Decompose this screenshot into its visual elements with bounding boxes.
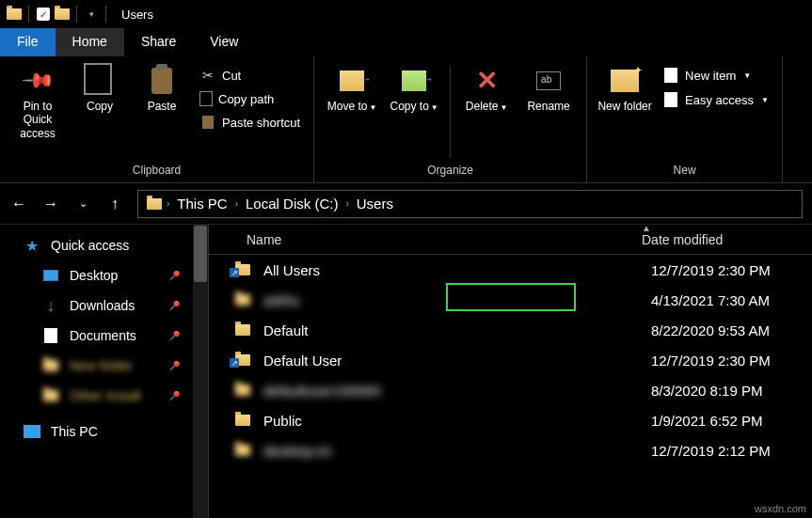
folder-icon bbox=[231, 294, 254, 306]
qat-dropdown-icon[interactable]: ▾ bbox=[83, 6, 100, 23]
chevron-down-icon: ▼ bbox=[369, 103, 376, 112]
file-date: 12/7/2019 2:12 PM bbox=[632, 443, 771, 459]
menu-bar: File Home Share View bbox=[0, 28, 812, 56]
delete-button[interactable]: ✕ Delete▼ bbox=[456, 60, 517, 164]
copy-button[interactable]: Copy bbox=[70, 60, 130, 164]
recent-dropdown[interactable]: ⌄ bbox=[73, 195, 92, 213]
pin-icon: 📍 bbox=[165, 386, 184, 406]
easy-access-icon bbox=[662, 91, 679, 108]
file-date: 8/22/2020 9:53 AM bbox=[632, 322, 770, 338]
file-row[interactable]: desktop.ini12/7/2019 2:12 PM bbox=[209, 435, 812, 465]
copy-path-button[interactable]: Copy path bbox=[194, 88, 306, 109]
menu-share[interactable]: Share bbox=[124, 28, 193, 56]
new-folder-button[interactable]: New folder bbox=[595, 60, 655, 164]
pin-to-quick-access-button[interactable]: 📌 Pin to Quick access bbox=[8, 60, 68, 164]
label: Copy to▼ bbox=[390, 100, 438, 113]
folder-icon bbox=[54, 6, 71, 23]
label: Quick access bbox=[51, 238, 129, 253]
column-header-date[interactable]: Date modified bbox=[623, 232, 812, 247]
rename-icon bbox=[533, 66, 564, 96]
forward-button[interactable]: → bbox=[41, 195, 60, 213]
label: Copy path bbox=[218, 92, 274, 106]
file-row[interactable]: Default User12/7/2019 2:30 PM bbox=[209, 345, 812, 375]
label: Pin to Quick access bbox=[8, 100, 68, 140]
menu-home[interactable]: Home bbox=[56, 28, 124, 56]
column-header-name[interactable]: Name bbox=[209, 232, 623, 247]
file-name: desktop.ini bbox=[254, 443, 632, 459]
label: Copy bbox=[87, 100, 113, 113]
copy-to-icon bbox=[399, 66, 429, 96]
this-pc-icon bbox=[23, 422, 41, 441]
copy-to-button[interactable]: Copy to▼ bbox=[384, 60, 444, 164]
cut-button[interactable]: ✂ Cut bbox=[194, 64, 306, 86]
label: Delete▼ bbox=[466, 100, 508, 113]
easy-access-button[interactable]: Easy access ▼ bbox=[657, 88, 774, 111]
copy-icon bbox=[85, 66, 115, 96]
paste-shortcut-button[interactable]: Paste shortcut bbox=[194, 111, 306, 133]
paste-shortcut-icon bbox=[199, 114, 216, 131]
star-icon: ★ bbox=[23, 236, 41, 255]
sidebar-downloads[interactable]: ↓ Downloads 📍 bbox=[19, 290, 208, 321]
chevron-down-icon: ▼ bbox=[500, 103, 507, 112]
menu-view[interactable]: View bbox=[193, 28, 255, 56]
separator bbox=[28, 6, 29, 23]
sidebar-desktop[interactable]: Desktop 📍 bbox=[19, 260, 208, 290]
label: This PC bbox=[51, 424, 98, 439]
sidebar-documents[interactable]: Documents 📍 bbox=[19, 321, 208, 351]
menu-file[interactable]: File bbox=[0, 28, 56, 56]
file-row[interactable]: Default8/22/2020 9:53 AM bbox=[209, 315, 812, 345]
chevron-right-icon[interactable]: › bbox=[167, 198, 169, 209]
file-row[interactable]: aWhs4/13/2021 7:30 AM bbox=[209, 285, 812, 315]
chevron-right-icon[interactable]: › bbox=[235, 198, 238, 209]
paste-button[interactable]: Paste bbox=[132, 60, 192, 164]
file-date: 4/13/2021 7:30 AM bbox=[632, 292, 770, 308]
rename-button[interactable]: Rename bbox=[518, 60, 579, 164]
properties-icon[interactable]: ✓ bbox=[35, 6, 52, 23]
label: Other Install bbox=[70, 388, 140, 403]
downloads-icon: ↓ bbox=[41, 296, 60, 315]
label: Documents bbox=[70, 328, 136, 343]
file-name: All Users bbox=[254, 262, 632, 278]
label: Rename bbox=[527, 100, 569, 113]
main-area: ★ Quick access Desktop 📍 ↓ Downloads 📍 D… bbox=[0, 225, 812, 518]
file-date: 12/7/2019 2:30 PM bbox=[632, 353, 771, 369]
sidebar-item-blurred[interactable]: New folder 📍 bbox=[19, 351, 208, 381]
label: Easy access bbox=[685, 93, 754, 107]
file-date: 8/3/2020 8:19 PM bbox=[632, 383, 762, 399]
new-folder-icon bbox=[610, 66, 640, 96]
new-item-icon bbox=[662, 67, 679, 84]
ribbon: 📌 Pin to Quick access Copy Paste ✂ Cut C… bbox=[0, 56, 812, 183]
group-label: Organize bbox=[427, 164, 473, 181]
ribbon-group-clipboard: 📌 Pin to Quick access Copy Paste ✂ Cut C… bbox=[0, 56, 314, 182]
file-date: 12/7/2019 2:30 PM bbox=[632, 262, 771, 278]
sidebar-this-pc[interactable]: This PC bbox=[19, 416, 208, 447]
label: New item bbox=[685, 69, 736, 83]
file-row[interactable]: Public1/9/2021 6:52 PM bbox=[209, 405, 812, 435]
file-date: 1/9/2021 6:52 PM bbox=[632, 413, 762, 429]
breadcrumb-local-disk[interactable]: Local Disk (C:) bbox=[242, 196, 342, 212]
pin-icon: 📍 bbox=[165, 266, 184, 286]
file-row[interactable]: All Users12/7/2019 2:30 PM bbox=[209, 255, 812, 285]
paste-icon bbox=[147, 66, 177, 96]
file-name: Public bbox=[254, 413, 632, 429]
sidebar-quick-access[interactable]: ★ Quick access bbox=[19, 230, 208, 260]
breadcrumb-this-pc[interactable]: This PC bbox=[173, 196, 231, 212]
folder-icon bbox=[231, 445, 254, 456]
ribbon-group-organize: Move to▼ Copy to▼ ✕ Delete▼ Rename Organ… bbox=[314, 56, 587, 182]
back-button[interactable]: ← bbox=[9, 195, 28, 213]
address-bar[interactable]: › This PC › Local Disk (C:) › Users bbox=[137, 190, 803, 218]
folder-icon bbox=[231, 354, 254, 366]
watermark: wsxdn.com bbox=[755, 503, 806, 514]
sidebar-item-blurred[interactable]: Other Install 📍 bbox=[19, 381, 208, 411]
chevron-right-icon[interactable]: › bbox=[345, 198, 348, 209]
move-to-button[interactable]: Move to▼ bbox=[322, 60, 382, 164]
new-item-button[interactable]: New item ▼ bbox=[657, 64, 774, 86]
pin-icon: 📍 bbox=[165, 356, 184, 376]
sidebar-scrollbar[interactable] bbox=[193, 225, 208, 518]
chevron-down-icon: ▼ bbox=[761, 96, 769, 104]
up-button[interactable]: ↑ bbox=[105, 195, 124, 213]
file-row[interactable]: defaultuser1000008/3/2020 8:19 PM bbox=[209, 375, 812, 405]
breadcrumb-users[interactable]: Users bbox=[353, 196, 397, 212]
folder-icon bbox=[231, 385, 254, 396]
folder-icon bbox=[41, 356, 60, 375]
